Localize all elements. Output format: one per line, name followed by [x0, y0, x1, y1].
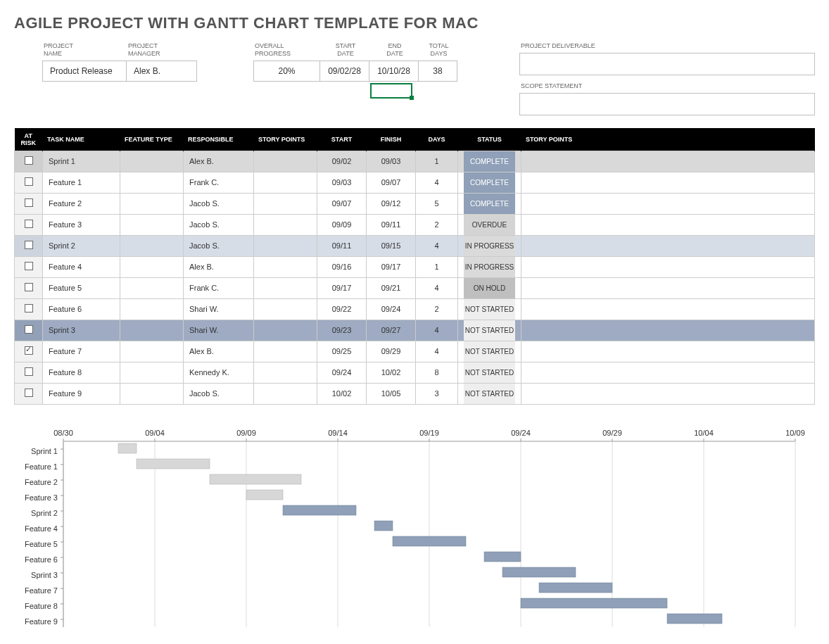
responsible-cell[interactable]: Alex B.: [184, 151, 254, 172]
days-cell[interactable]: 4: [416, 320, 458, 341]
story-points2-cell[interactable]: [521, 214, 815, 235]
story-points-cell[interactable]: [254, 320, 317, 341]
task-name-cell[interactable]: Feature 5: [43, 277, 120, 298]
at-risk-checkbox[interactable]: [25, 156, 33, 165]
status-cell[interactable]: OVERDUE: [458, 214, 521, 235]
table-row[interactable]: Feature 8Kennedy K.09/2410/028NOT STARTE…: [15, 362, 815, 383]
status-cell[interactable]: NOT STARTED: [458, 362, 521, 383]
finish-cell[interactable]: 09/24: [367, 298, 416, 320]
status-cell[interactable]: IN PROGRESS: [458, 256, 521, 277]
task-name-cell[interactable]: Sprint 3: [43, 320, 120, 341]
finish-cell[interactable]: 09/27: [367, 320, 416, 341]
at-risk-checkbox[interactable]: [25, 346, 33, 355]
days-cell[interactable]: 1: [416, 256, 458, 277]
story-points-cell[interactable]: [254, 214, 317, 235]
feature-type-cell[interactable]: [120, 193, 184, 214]
table-row[interactable]: Sprint 3Shari W.09/2309/274NOT STARTED: [15, 320, 815, 341]
responsible-cell[interactable]: Shari W.: [184, 320, 254, 341]
responsible-cell[interactable]: Jacob S.: [184, 235, 254, 256]
status-cell[interactable]: NOT STARTED: [458, 383, 521, 404]
at-risk-checkbox[interactable]: [25, 283, 33, 291]
status-cell[interactable]: COMPLETE: [458, 172, 521, 193]
story-points-cell[interactable]: [254, 298, 317, 320]
finish-cell[interactable]: 10/05: [367, 383, 416, 404]
end-date-cell[interactable]: 10/10/28: [369, 61, 419, 82]
start-cell[interactable]: 09/17: [317, 277, 367, 298]
at-risk-checkbox[interactable]: [25, 220, 33, 228]
status-cell[interactable]: IN PROGRESS: [458, 235, 521, 256]
table-row[interactable]: Feature 7Alex B.09/2509/294NOT STARTED: [15, 341, 815, 362]
overall-progress-cell[interactable]: 20%: [253, 61, 320, 82]
table-row[interactable]: Feature 4Alex B.09/1609/171IN PROGRESS: [15, 256, 815, 277]
start-cell[interactable]: 09/03: [317, 172, 367, 193]
start-cell[interactable]: 09/16: [317, 256, 367, 277]
task-name-cell[interactable]: Feature 7: [43, 341, 120, 362]
responsible-cell[interactable]: Shari W.: [184, 298, 254, 320]
responsible-cell[interactable]: Jacob S.: [184, 383, 254, 404]
table-row[interactable]: Feature 9Jacob S.10/0210/053NOT STARTED: [15, 383, 815, 404]
at-risk-cell[interactable]: [15, 151, 43, 172]
task-name-cell[interactable]: Feature 2: [43, 193, 120, 214]
task-name-cell[interactable]: Feature 3: [43, 214, 120, 235]
story-points-cell[interactable]: [254, 341, 317, 362]
at-risk-cell[interactable]: [15, 383, 43, 404]
story-points2-cell[interactable]: [521, 298, 815, 320]
story-points-cell[interactable]: [254, 151, 317, 172]
start-cell[interactable]: 09/07: [317, 193, 367, 214]
finish-cell[interactable]: 09/29: [367, 341, 416, 362]
total-days-cell[interactable]: 38: [419, 61, 457, 82]
at-risk-cell[interactable]: [15, 235, 43, 256]
days-cell[interactable]: 5: [416, 193, 458, 214]
task-name-cell[interactable]: Feature 1: [43, 172, 120, 193]
finish-cell[interactable]: 09/07: [367, 172, 416, 193]
story-points2-cell[interactable]: [521, 362, 815, 383]
story-points-cell[interactable]: [254, 235, 317, 256]
at-risk-cell[interactable]: [15, 320, 43, 341]
table-row[interactable]: Sprint 2Jacob S.09/1109/154IN PROGRESS: [15, 235, 815, 256]
finish-cell[interactable]: 10/02: [367, 362, 416, 383]
at-risk-checkbox[interactable]: [25, 304, 33, 312]
story-points2-cell[interactable]: [521, 193, 815, 214]
at-risk-cell[interactable]: [15, 256, 43, 277]
table-row[interactable]: Feature 6Shari W.09/2209/242NOT STARTED: [15, 298, 815, 320]
start-cell[interactable]: 09/02: [317, 151, 367, 172]
project-name-cell[interactable]: Product Release: [42, 61, 127, 82]
feature-type-cell[interactable]: [120, 362, 184, 383]
scope-statement-cell[interactable]: [519, 93, 815, 115]
table-row[interactable]: Sprint 1Alex B.09/0209/031COMPLETE: [15, 151, 815, 172]
story-points2-cell[interactable]: [521, 383, 815, 404]
task-name-cell[interactable]: Sprint 2: [43, 235, 120, 256]
at-risk-cell[interactable]: [15, 172, 43, 193]
feature-type-cell[interactable]: [120, 256, 184, 277]
days-cell[interactable]: 4: [416, 172, 458, 193]
project-deliverable-cell[interactable]: [519, 53, 815, 75]
feature-type-cell[interactable]: [120, 298, 184, 320]
feature-type-cell[interactable]: [120, 214, 184, 235]
selected-cell-indicator[interactable]: [370, 83, 412, 99]
feature-type-cell[interactable]: [120, 383, 184, 404]
story-points2-cell[interactable]: [521, 172, 815, 193]
start-cell[interactable]: 09/22: [317, 298, 367, 320]
task-name-cell[interactable]: Feature 8: [43, 362, 120, 383]
start-cell[interactable]: 10/02: [317, 383, 367, 404]
at-risk-checkbox[interactable]: [25, 198, 33, 207]
status-cell[interactable]: NOT STARTED: [458, 341, 521, 362]
story-points-cell[interactable]: [254, 383, 317, 404]
task-name-cell[interactable]: Sprint 1: [43, 151, 120, 172]
story-points2-cell[interactable]: [521, 341, 815, 362]
feature-type-cell[interactable]: [120, 277, 184, 298]
task-name-cell[interactable]: Feature 9: [43, 383, 120, 404]
story-points-cell[interactable]: [254, 193, 317, 214]
status-cell[interactable]: COMPLETE: [458, 193, 521, 214]
finish-cell[interactable]: 09/11: [367, 214, 416, 235]
table-row[interactable]: Feature 5Frank C.09/1709/214ON HOLD: [15, 277, 815, 298]
at-risk-checkbox[interactable]: [25, 389, 33, 397]
finish-cell[interactable]: 09/21: [367, 277, 416, 298]
days-cell[interactable]: 8: [416, 362, 458, 383]
days-cell[interactable]: 4: [416, 277, 458, 298]
status-cell[interactable]: COMPLETE: [458, 151, 521, 172]
feature-type-cell[interactable]: [120, 320, 184, 341]
start-date-cell[interactable]: 09/02/28: [320, 61, 369, 82]
finish-cell[interactable]: 09/12: [367, 193, 416, 214]
responsible-cell[interactable]: Jacob S.: [184, 214, 254, 235]
